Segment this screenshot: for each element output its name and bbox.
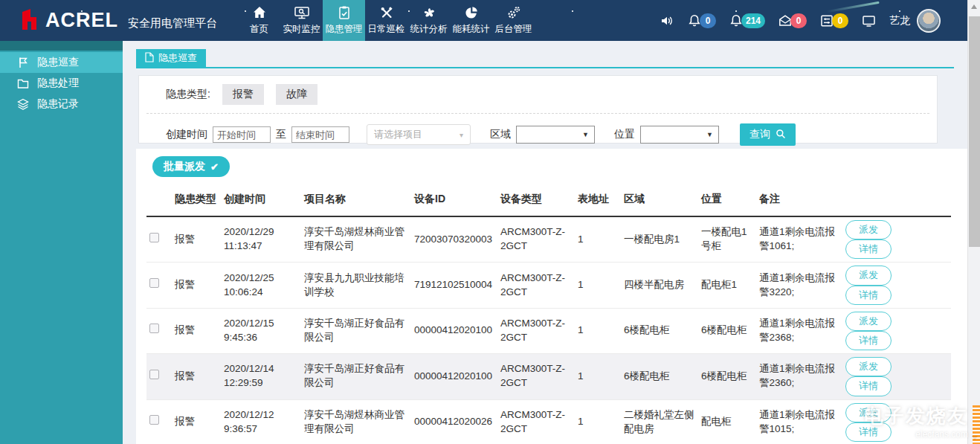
cell-type: 报警 bbox=[172, 399, 221, 444]
nav-item-label: 统计分析 bbox=[410, 23, 448, 36]
cell-device_id: 00000412020026 bbox=[411, 399, 497, 444]
cell-remark: 通道1剩余电流报警3220; bbox=[756, 263, 842, 308]
nav-item-label: 日常巡检 bbox=[368, 23, 405, 36]
row-checkbox[interactable] bbox=[149, 370, 159, 379]
type-option-alarm[interactable]: 报警 bbox=[222, 84, 264, 105]
type-option-fault[interactable]: 故障 bbox=[276, 84, 317, 105]
nav-item-stat-analysis[interactable]: 统计分析 bbox=[407, 0, 450, 41]
row-checkbox[interactable] bbox=[149, 233, 159, 242]
tab-label: 隐患巡查 bbox=[158, 51, 197, 65]
table-header-row: 隐患类型创建时间项目名称设备ID设备类型表地址区域位置备注 bbox=[146, 183, 951, 216]
location-select[interactable]: ▼ bbox=[640, 126, 719, 144]
nav-item-daily-inspection[interactable]: 日常巡检 bbox=[365, 0, 407, 41]
cell-address: 1 bbox=[575, 263, 621, 308]
project-select-value: 请选择项目 bbox=[374, 128, 422, 141]
cell-address: 1 bbox=[575, 308, 621, 353]
cell-created: 2020/12/29 11:13:47 bbox=[221, 216, 301, 263]
monitor-search-icon bbox=[294, 5, 310, 20]
nav-item-home[interactable]: 首页 bbox=[238, 0, 280, 41]
tools-icon bbox=[379, 5, 394, 20]
cell-device_id: 71912102510004 bbox=[411, 263, 497, 308]
nav-item-realtime-monitor[interactable]: 实时监控 bbox=[280, 0, 323, 41]
status-alarm[interactable]: 214 bbox=[729, 13, 765, 28]
user-menu[interactable]: 艺龙 bbox=[889, 9, 941, 33]
cell-location: 6楼配电柜 bbox=[698, 308, 756, 353]
scrollbar-thumb[interactable] bbox=[969, 16, 980, 247]
dispatch-button[interactable]: 派发 bbox=[845, 357, 892, 376]
status-notice[interactable]: 0 bbox=[687, 13, 716, 28]
detail-button[interactable]: 详情 bbox=[845, 422, 892, 442]
detail-button[interactable]: 详情 bbox=[845, 286, 892, 305]
cell-device_id: 00000412020100 bbox=[411, 354, 497, 399]
row-checkbox[interactable] bbox=[149, 278, 159, 288]
flag-icon bbox=[16, 56, 30, 69]
dispatch-button[interactable]: 派发 bbox=[845, 266, 892, 285]
logo-area[interactable]: ACREL 安全用电管理平台 bbox=[0, 0, 217, 41]
app-title: 安全用电管理平台 bbox=[128, 16, 217, 30]
cell-project: 淳安千岛湖煜林商业管理有限公司 bbox=[301, 216, 411, 263]
cell-device_id: 72003070320003 bbox=[411, 216, 497, 263]
column-header: 备注 bbox=[756, 183, 842, 216]
cell-project: 淳安千岛湖正好食品有限公司 bbox=[301, 354, 411, 399]
nav-item-hazard-manage[interactable]: 隐患管理 bbox=[323, 0, 365, 41]
search-icon bbox=[776, 129, 786, 141]
table-row: 报警2020/12/15 9:45:36淳安千岛湖正好食品有限公司0000041… bbox=[146, 308, 951, 353]
column-header: 隐患类型 bbox=[172, 183, 221, 216]
cell-actions: 派发详情 bbox=[842, 308, 951, 353]
cell-address: 1 bbox=[575, 216, 621, 263]
sidebar: 隐患巡查隐患处理隐患记录 bbox=[0, 41, 123, 444]
batch-dispatch-button[interactable]: 批量派发 ✔ bbox=[152, 156, 230, 177]
tab-hazard-patrol[interactable]: 隐患巡查 bbox=[136, 49, 206, 67]
nav-item-backend-admin[interactable]: 后台管理 bbox=[492, 0, 535, 41]
sidebar-item-hazard-records[interactable]: 隐患记录 bbox=[0, 94, 123, 115]
project-select[interactable]: 请选择项目 ▾ bbox=[367, 124, 471, 145]
cell-area: 二楼婚礼堂左侧配电房 bbox=[621, 399, 698, 444]
scroll-down-button[interactable] bbox=[968, 431, 980, 444]
scroll-up-button[interactable] bbox=[968, 0, 980, 13]
sidebar-top-strip bbox=[0, 41, 123, 51]
nav-item-energy-stat[interactable]: 能耗统计 bbox=[450, 0, 492, 41]
cell-remark: 通道1剩余电流报警1061; bbox=[756, 216, 842, 263]
folder-icon bbox=[16, 77, 30, 90]
speaker-icon[interactable] bbox=[660, 13, 674, 28]
home-icon bbox=[252, 5, 267, 20]
document-icon bbox=[145, 52, 154, 65]
detail-button[interactable]: 详情 bbox=[845, 239, 892, 259]
table-row: 报警2020/12/12 9:36:57淳安千岛湖煜林商业管理有限公司00000… bbox=[146, 399, 951, 444]
detail-button[interactable]: 详情 bbox=[845, 331, 892, 350]
detail-button[interactable]: 详情 bbox=[845, 376, 892, 396]
tab-underline bbox=[136, 67, 954, 68]
row-checkbox[interactable] bbox=[149, 415, 159, 425]
search-button[interactable]: 查询 bbox=[740, 123, 796, 146]
sidebar-item-hazard-handle[interactable]: 隐患处理 bbox=[0, 73, 123, 94]
dispatch-button[interactable]: 派发 bbox=[845, 403, 892, 422]
hazard-type-label: 隐患类型: bbox=[166, 88, 210, 101]
start-time-input[interactable] bbox=[213, 126, 271, 143]
cell-area: 四楼半配电房 bbox=[621, 263, 698, 308]
dispatch-button[interactable]: 派发 bbox=[845, 220, 892, 239]
vertical-scrollbar[interactable] bbox=[967, 0, 980, 444]
cell-created: 2020/12/15 9:45:36 bbox=[221, 308, 301, 353]
sidebar-item-hazard-patrol[interactable]: 隐患巡查 bbox=[0, 52, 123, 73]
avatar bbox=[917, 9, 941, 33]
cell-remark: 通道1剩余电流报警2360; bbox=[756, 354, 842, 399]
caret-down-icon: ▼ bbox=[706, 131, 713, 138]
filter-panel: 隐患类型: 报警故障 创建时间 至 请选择项目 ▾ 区域 ▼ 位置 ▼ 查询 bbox=[138, 75, 938, 144]
column-header: 表地址 bbox=[575, 183, 621, 216]
row-checkbox[interactable] bbox=[149, 324, 159, 333]
dispatch-button[interactable]: 派发 bbox=[845, 312, 892, 331]
column-header: 设备类型 bbox=[497, 183, 575, 216]
chevron-down-icon: ▾ bbox=[460, 131, 463, 139]
end-time-input[interactable] bbox=[291, 126, 349, 143]
sidebar-menu: 隐患巡查隐患处理隐患记录 bbox=[0, 51, 123, 115]
cell-project: 淳安县九九职业技能培训学校 bbox=[301, 263, 411, 308]
cell-type: 报警 bbox=[172, 354, 221, 399]
area-select[interactable]: ▼ bbox=[516, 126, 595, 144]
col-actions bbox=[842, 183, 951, 216]
status-message[interactable]: 0 bbox=[778, 13, 807, 28]
nav-item-label: 实时监控 bbox=[283, 23, 320, 36]
screen-icon[interactable] bbox=[861, 13, 877, 28]
cell-project: 淳安千岛湖煜林商业管理有限公司 bbox=[301, 399, 411, 444]
status-todo[interactable]: 0 bbox=[819, 13, 848, 28]
cell-actions: 派发详情 bbox=[842, 263, 951, 308]
